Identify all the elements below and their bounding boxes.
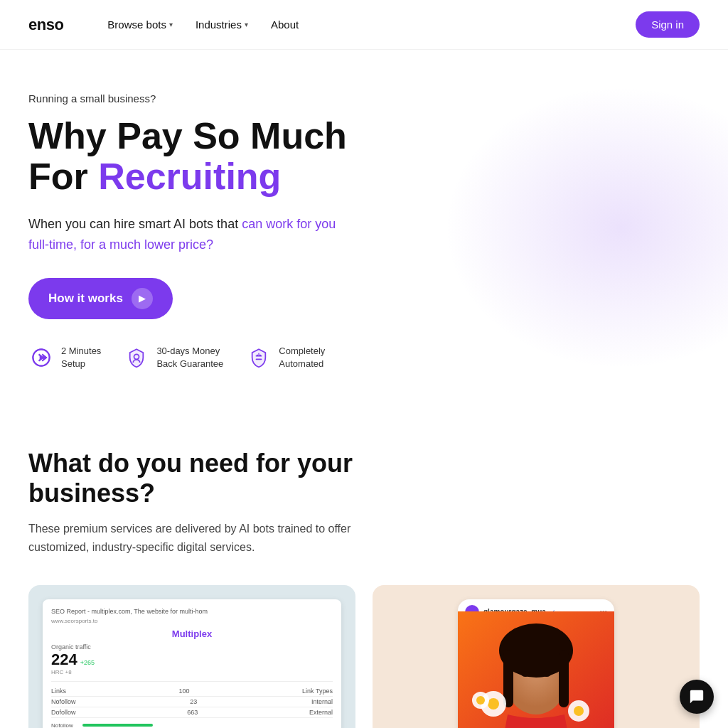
seo-metric: Organic traffic 224 +265 HRC +8 bbox=[51, 643, 333, 675]
svg-point-9 bbox=[542, 671, 551, 677]
seo-card-inner: SEO Report - multiplex.com, The website … bbox=[28, 585, 355, 728]
how-it-works-button[interactable]: How it works ▶ bbox=[28, 278, 173, 319]
logo[interactable]: enso bbox=[28, 16, 63, 34]
badge-guarantee: 30-days Money Back Guarantee bbox=[124, 345, 223, 370]
fast-forward-icon bbox=[28, 345, 54, 370]
nav-links: Browse bots ▾ Industries ▾ About bbox=[97, 13, 636, 36]
seo-table: Links 100 Link Types Nofollow 23 Interna… bbox=[51, 681, 333, 718]
svg-point-15 bbox=[574, 706, 584, 716]
nav-industries[interactable]: Industries ▾ bbox=[186, 13, 258, 36]
badge-automated: Completely Automated bbox=[246, 345, 325, 370]
seo-report-title: SEO Report - multiplex.com, The website … bbox=[51, 608, 333, 615]
navbar: enso Browse bots ▾ Industries ▾ About Si… bbox=[0, 0, 728, 50]
shield-bot-icon bbox=[246, 345, 272, 370]
badge-setup: 2 Minutes Setup bbox=[28, 345, 101, 370]
chat-icon bbox=[689, 689, 705, 705]
nav-about[interactable]: About bbox=[261, 13, 309, 36]
hero-blob bbox=[444, 85, 728, 370]
chat-button[interactable] bbox=[680, 680, 714, 714]
svg-point-13 bbox=[476, 696, 485, 705]
signin-button[interactable]: Sign in bbox=[636, 11, 700, 38]
social-post-image bbox=[458, 626, 614, 728]
seo-table-header: Links 100 Link Types bbox=[51, 686, 333, 697]
badge-guarantee-text: 30-days Money Back Guarantee bbox=[156, 345, 223, 370]
social-card[interactable]: glamourgaze_mua ✓ ••• bbox=[373, 585, 700, 728]
hero-title: Why Pay So Much For Recruiting bbox=[28, 116, 398, 197]
svg-rect-7 bbox=[559, 651, 569, 707]
svg-point-8 bbox=[521, 671, 530, 677]
hero-description: When you can hire smart AI bots that can… bbox=[28, 214, 341, 255]
feature-badges: 2 Minutes Setup 30-days Money Back Guara… bbox=[28, 345, 398, 370]
badge-automated-text: Completely Automated bbox=[279, 345, 325, 370]
hero-subheading: Running a small business? bbox=[28, 92, 398, 105]
seo-url: www.seorsports.to bbox=[51, 618, 333, 624]
seo-brand: Multiplex bbox=[51, 628, 333, 639]
social-mock: glamourgaze_mua ✓ ••• bbox=[458, 599, 614, 728]
service-cards: SEO Report - multiplex.com, The website … bbox=[28, 585, 700, 728]
seo-bars: Nofollow Dofollow bbox=[51, 722, 333, 728]
badge-setup-text: 2 Minutes Setup bbox=[61, 345, 101, 370]
hero-section: Running a small business? Why Pay So Muc… bbox=[0, 50, 728, 399]
social-card-inner: glamourgaze_mua ✓ ••• bbox=[373, 585, 700, 728]
seo-bar-nofollow-fill bbox=[82, 724, 153, 727]
hero-content: Running a small business? Why Pay So Muc… bbox=[0, 50, 427, 399]
shield-check-icon bbox=[124, 345, 149, 370]
services-description: These premium services are delivered by … bbox=[28, 520, 398, 556]
chevron-down-icon: ▾ bbox=[245, 21, 248, 28]
seo-table-row-2: Dofollow 663 External bbox=[51, 707, 333, 718]
seo-bar-nofollow: Nofollow bbox=[51, 722, 333, 728]
social-image-svg bbox=[458, 611, 614, 728]
seo-card[interactable]: SEO Report - multiplex.com, The website … bbox=[28, 585, 355, 728]
services-title: What do you need for your business? bbox=[28, 449, 455, 508]
seo-table-row-1: Nofollow 23 Internal bbox=[51, 697, 333, 707]
svg-point-11 bbox=[488, 698, 499, 710]
services-section: What do you need for your business? Thes… bbox=[0, 399, 728, 728]
seo-mock: SEO Report - multiplex.com, The website … bbox=[43, 599, 341, 728]
nav-browse-bots[interactable]: Browse bots ▾ bbox=[97, 13, 183, 36]
play-icon: ▶ bbox=[132, 288, 153, 309]
chevron-down-icon: ▾ bbox=[169, 21, 173, 28]
